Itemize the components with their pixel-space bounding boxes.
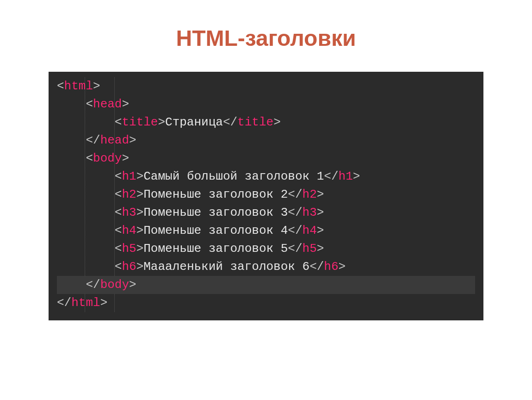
code-line: <body> xyxy=(57,150,475,168)
code-block: <html> <head> <title>Страница</title> </… xyxy=(49,72,483,320)
code-line: </head> xyxy=(57,131,475,150)
code-line: <head> xyxy=(57,95,475,113)
slide: HTML-заголовки <html> <head> <title>Стра… xyxy=(0,0,532,400)
slide-title: HTML-заголовки xyxy=(0,25,532,51)
code-line: <h1>Самый большой заголовок 1</h1> xyxy=(57,168,475,186)
code-line: <h4>Поменьше заголовок 4</h4> xyxy=(57,222,475,240)
code-line: <html> xyxy=(57,77,475,95)
code-area: <html> <head> <title>Страница</title> </… xyxy=(57,77,475,312)
code-line: <title>Страница</title> xyxy=(57,113,475,131)
code-line: <h3>Поменьше заголовок 3</h3> xyxy=(57,204,475,222)
code-line: <h5>Поменьше заголовок 5</h5> xyxy=(57,240,475,258)
code-line: </html> xyxy=(57,294,475,312)
code-line: <h6>Маааленький заголовок 6</h6> xyxy=(57,258,475,276)
code-line: <h2>Поменьше заголовок 2</h2> xyxy=(57,186,475,204)
code-line: </body> xyxy=(57,276,475,294)
